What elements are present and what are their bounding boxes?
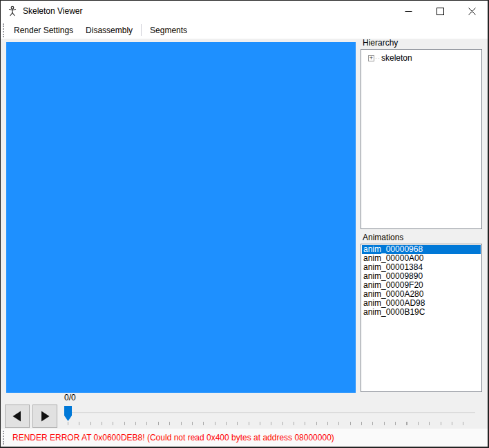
statusstrip-grip	[3, 431, 5, 445]
tree-connector: ··	[375, 55, 381, 61]
app-window: Skeleton Viewer Render Settings	[0, 0, 489, 448]
frame-slider-track[interactable]	[65, 412, 475, 414]
tree-node-skeleton[interactable]: + ·· skeleton	[361, 50, 481, 63]
previous-frame-button[interactable]	[5, 405, 30, 428]
next-frame-button[interactable]	[32, 405, 57, 428]
title-bar: Skeleton Viewer	[1, 1, 488, 21]
close-button[interactable]	[456, 1, 488, 21]
animations-list: anim_00000968 anim_00000A00 anim_0000138…	[361, 244, 482, 392]
menu-segments[interactable]: Segments	[144, 23, 193, 38]
render-error-message: RENDER ERROR AT 0x0600DEB8! (Could not r…	[12, 433, 334, 442]
previous-icon	[10, 409, 24, 423]
toolstrip-grip[interactable]	[3, 23, 5, 37]
menu-render-settings[interactable]: Render Settings	[8, 23, 79, 38]
menu-bar: Render Settings Disassembly Segments	[1, 21, 488, 39]
animations-label: Animations	[363, 233, 403, 242]
tree-expand-icon[interactable]: +	[368, 55, 374, 61]
animation-item[interactable]: anim_0000B19C	[362, 308, 481, 317]
status-bar: RENDER ERROR AT 0x0600DEB8! (Could not r…	[1, 429, 488, 447]
minimize-button[interactable]	[392, 1, 424, 21]
close-icon	[468, 8, 476, 15]
skeleton-app-icon	[7, 6, 18, 17]
menu-separator	[141, 24, 142, 36]
frame-counter: 0/0	[64, 393, 76, 402]
frame-slider-ticks	[68, 422, 473, 425]
menu-disassembly[interactable]: Disassembly	[79, 23, 139, 38]
render-viewport[interactable]	[6, 42, 356, 393]
hierarchy-label: Hierarchy	[363, 38, 398, 48]
frame-slider-thumb[interactable]	[64, 406, 72, 421]
window-title: Skeleton Viewer	[23, 6, 392, 16]
minimize-icon	[405, 8, 412, 15]
maximize-icon	[437, 8, 444, 15]
next-icon	[38, 409, 52, 423]
tree-node-label: skeleton	[381, 53, 412, 63]
hierarchy-tree[interactable]: + ·· skeleton	[361, 49, 482, 229]
maximize-button[interactable]	[424, 1, 456, 21]
